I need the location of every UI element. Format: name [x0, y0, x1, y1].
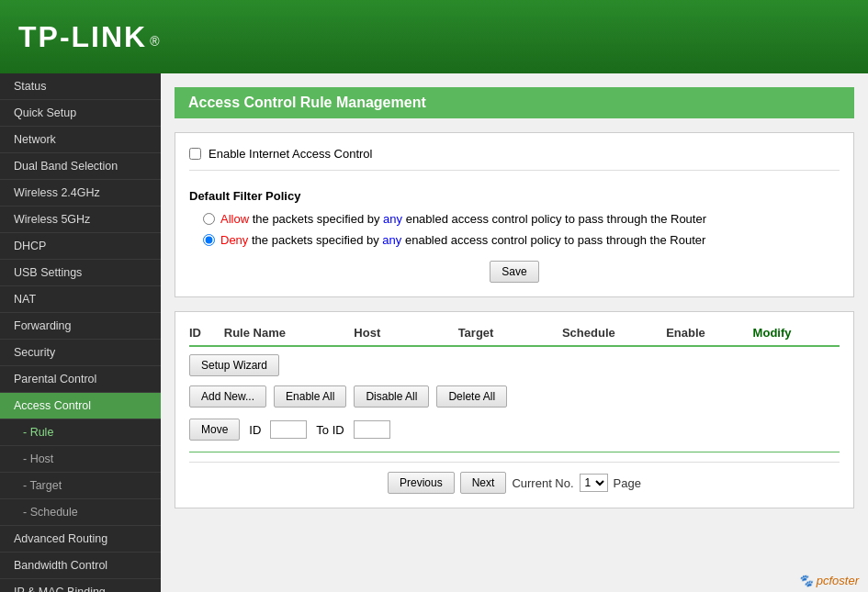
- move-row: Move ID To ID: [189, 419, 840, 441]
- radio-allow-label: Allow the packets specified by any enabl…: [220, 212, 706, 226]
- action-btn-row: Add New... Enable All Disable All Delete…: [189, 385, 840, 408]
- col-enable: Enable: [666, 326, 752, 340]
- watermark-text: pcfoster: [817, 574, 859, 587]
- radio-deny-row: Deny the packets specified by any enable…: [189, 233, 840, 247]
- to-id-input[interactable]: [354, 420, 390, 439]
- filter-policy-section: Default Filter Policy Allow the packets …: [189, 189, 840, 247]
- sidebar-item-advanced-routing[interactable]: Advanced Routing: [0, 526, 161, 553]
- col-host: Host: [354, 326, 457, 340]
- sidebar-item-target[interactable]: - Target: [0, 473, 161, 499]
- table-header: ID Rule Name Host Target Schedule Enable…: [189, 326, 840, 347]
- radio-deny[interactable]: [203, 234, 215, 246]
- to-id-label: To ID: [316, 423, 344, 437]
- page-select[interactable]: 1: [580, 474, 608, 492]
- logo: TP-LINK: [18, 20, 147, 54]
- col-target: Target: [458, 326, 562, 340]
- sidebar-item-access-control[interactable]: Access Control: [0, 393, 161, 419]
- table-section: ID Rule Name Host Target Schedule Enable…: [175, 311, 854, 508]
- filter-policy-title: Default Filter Policy: [189, 189, 840, 203]
- sidebar: Status Quick Setup Network Dual Band Sel…: [0, 73, 161, 592]
- enable-all-button[interactable]: Enable All: [274, 385, 346, 408]
- col-modify: Modify: [753, 326, 840, 340]
- sidebar-item-quick-setup[interactable]: Quick Setup: [0, 100, 161, 127]
- deny-text: Deny: [220, 233, 248, 247]
- separator: [189, 452, 840, 452]
- sidebar-item-wireless-5[interactable]: Wireless 5GHz: [0, 207, 161, 233]
- current-label: Current No.: [512, 476, 573, 490]
- col-id: ID: [189, 326, 224, 340]
- pagination-row: Previous Next Current No. 1 Page: [189, 462, 840, 494]
- save-button[interactable]: Save: [490, 261, 538, 283]
- radio-deny-label: Deny the packets specified by any enable…: [220, 233, 705, 247]
- setup-wizard-button[interactable]: Setup Wizard: [189, 354, 279, 376]
- header: TP-LINK ®: [0, 0, 868, 73]
- sidebar-item-network[interactable]: Network: [0, 127, 161, 153]
- sidebar-item-wireless-24[interactable]: Wireless 2.4GHz: [0, 180, 161, 207]
- sidebar-item-bandwidth-control[interactable]: Bandwidth Control: [0, 553, 161, 579]
- enable-internet-access-checkbox[interactable]: [189, 148, 201, 160]
- logo-trademark: ®: [150, 34, 159, 49]
- sidebar-item-dhcp[interactable]: DHCP: [0, 233, 161, 260]
- sidebar-item-rule[interactable]: - Rule: [0, 419, 161, 446]
- move-button[interactable]: Move: [189, 419, 240, 441]
- sidebar-item-parental-control[interactable]: Parental Control: [0, 366, 161, 393]
- id-label: ID: [249, 423, 261, 437]
- main-layout: Status Quick Setup Network Dual Band Sel…: [0, 73, 868, 592]
- add-new-button[interactable]: Add New...: [189, 385, 266, 408]
- sidebar-item-host[interactable]: - Host: [0, 446, 161, 473]
- col-rule-name: Rule Name: [224, 326, 355, 340]
- enable-section: Enable Internet Access Control Default F…: [175, 132, 854, 297]
- sidebar-item-schedule[interactable]: - Schedule: [0, 499, 161, 526]
- allow-text: Allow: [220, 212, 249, 226]
- content-area: Access Control Rule Management Enable In…: [161, 73, 868, 592]
- sidebar-item-security[interactable]: Security: [0, 340, 161, 366]
- sidebar-item-ip-mac-binding[interactable]: IP & MAC Binding: [0, 579, 161, 592]
- sidebar-item-usb-settings[interactable]: USB Settings: [0, 260, 161, 286]
- sidebar-item-nat[interactable]: NAT: [0, 286, 161, 313]
- next-button[interactable]: Next: [460, 472, 507, 494]
- id-input[interactable]: [270, 420, 307, 439]
- watermark: 🐾 pcfoster: [798, 574, 859, 587]
- wizard-row: Setup Wizard: [189, 354, 840, 376]
- sidebar-item-dual-band[interactable]: Dual Band Selection: [0, 153, 161, 180]
- page-title: Access Control Rule Management: [175, 87, 854, 118]
- disable-all-button[interactable]: Disable All: [354, 385, 429, 408]
- page-label: Page: [614, 476, 641, 490]
- radio-allow-row: Allow the packets specified by any enabl…: [189, 212, 840, 226]
- sidebar-item-status[interactable]: Status: [0, 73, 161, 100]
- previous-button[interactable]: Previous: [388, 472, 455, 494]
- watermark-icon: 🐾: [798, 574, 813, 587]
- enable-row: Enable Internet Access Control: [189, 147, 840, 171]
- radio-allow[interactable]: [203, 213, 215, 225]
- col-schedule: Schedule: [562, 326, 666, 340]
- sidebar-item-forwarding[interactable]: Forwarding: [0, 313, 161, 340]
- save-btn-row: Save: [189, 261, 840, 283]
- enable-internet-access-label: Enable Internet Access Control: [209, 147, 373, 161]
- delete-all-button[interactable]: Delete All: [436, 385, 507, 408]
